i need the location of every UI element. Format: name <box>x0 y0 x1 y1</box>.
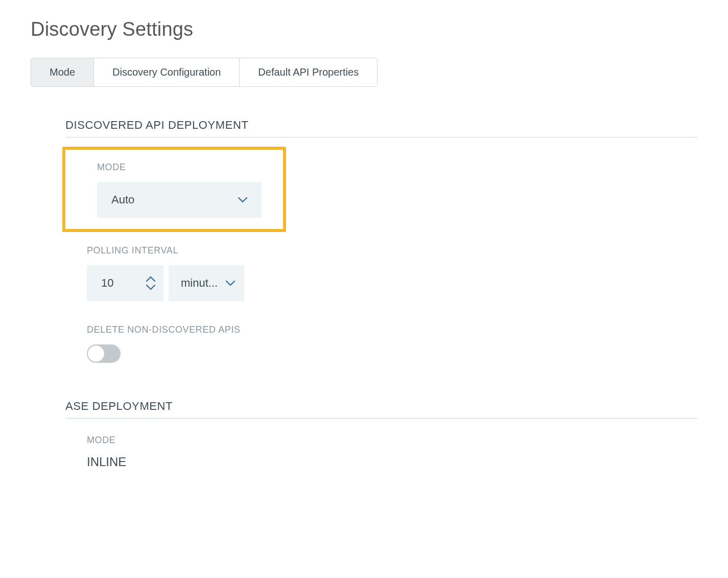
polling-interval-label: POLLING INTERVAL <box>87 245 697 256</box>
tab-discovery-configuration[interactable]: Discovery Configuration <box>94 58 240 86</box>
toggle-thumb <box>88 345 104 362</box>
polling-interval-stepper[interactable]: 10 <box>87 265 163 301</box>
mode-select-value: Auto <box>111 193 134 206</box>
chevron-down-icon <box>226 281 235 286</box>
polling-interval-unit-select[interactable]: minut... <box>169 265 244 301</box>
chevron-up-icon[interactable] <box>146 276 155 282</box>
chevron-down-icon[interactable] <box>146 285 155 290</box>
polling-interval-unit-value: minut... <box>181 276 218 290</box>
chevron-down-icon <box>238 197 247 203</box>
section-divider <box>65 418 697 419</box>
mode-highlight-box: MODE Auto <box>62 147 286 232</box>
mode-select[interactable]: Auto <box>97 182 262 218</box>
mode-field-label: MODE <box>97 162 283 173</box>
tab-default-api-properties[interactable]: Default API Properties <box>240 58 377 86</box>
section-title-discovered-api: DISCOVERED API DEPLOYMENT <box>65 119 697 132</box>
ase-mode-value: INLINE <box>87 455 697 469</box>
section-title-ase-deployment: ASE DEPLOYMENT <box>65 400 697 413</box>
ase-mode-label: MODE <box>87 435 697 446</box>
polling-interval-value: 10 <box>101 276 113 290</box>
tab-mode[interactable]: Mode <box>31 58 94 86</box>
section-divider <box>65 137 697 137</box>
page-title: Discovery Settings <box>31 18 697 40</box>
delete-non-discovered-toggle[interactable] <box>87 344 121 363</box>
delete-non-discovered-label: DELETE NON-DISCOVERED APIS <box>87 325 697 335</box>
tabs-bar: Mode Discovery Configuration Default API… <box>31 58 378 87</box>
